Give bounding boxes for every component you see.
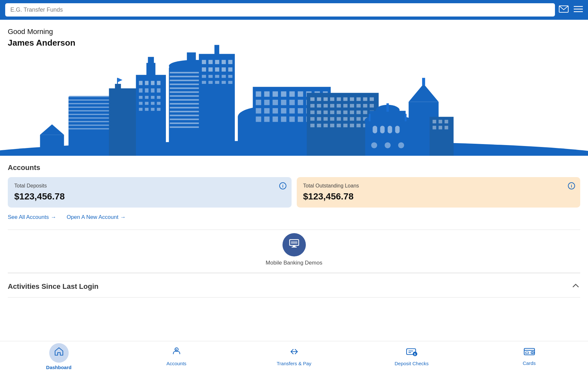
main-content: Accounts Total Deposits $123,456.78 i To… <box>0 156 588 273</box>
svg-rect-140 <box>343 104 348 107</box>
svg-rect-183 <box>386 103 389 112</box>
svg-rect-8 <box>68 96 113 97</box>
transfers-label: Transfers & Pay <box>277 361 311 366</box>
svg-rect-196 <box>439 120 442 123</box>
svg-rect-82 <box>215 81 219 84</box>
svg-rect-141 <box>350 104 354 107</box>
nav-item-deposit[interactable]: $ Deposit Checks <box>353 347 470 366</box>
svg-rect-159 <box>337 117 341 121</box>
svg-rect-158 <box>330 117 334 121</box>
svg-rect-25 <box>139 81 143 85</box>
loans-info-icon[interactable]: i <box>568 182 575 191</box>
accounts-grid: Total Deposits $123,456.78 i Total Outst… <box>8 177 580 208</box>
nav-item-transfers[interactable]: Transfers & Pay <box>235 347 353 366</box>
svg-rect-186 <box>388 126 392 133</box>
svg-rect-64 <box>214 45 219 55</box>
open-account-text: Open A New Account <box>67 214 119 220</box>
collapse-icon[interactable] <box>571 281 580 292</box>
svg-rect-13 <box>68 114 113 115</box>
svg-rect-108 <box>272 108 278 114</box>
svg-rect-149 <box>337 110 341 114</box>
nav-item-cards[interactable]: Cards <box>470 347 588 366</box>
svg-text:i: i <box>571 184 572 188</box>
svg-rect-127 <box>324 97 328 101</box>
svg-rect-169 <box>337 124 341 127</box>
svg-rect-143 <box>363 104 367 107</box>
svg-rect-90 <box>272 91 278 97</box>
svg-rect-92 <box>289 91 295 97</box>
svg-rect-117 <box>272 117 278 122</box>
svg-rect-65 <box>202 60 206 64</box>
svg-rect-71 <box>208 67 213 72</box>
svg-rect-167 <box>324 124 328 127</box>
svg-rect-98 <box>264 100 270 105</box>
svg-rect-131 <box>350 97 354 101</box>
account-links-row: See All Accounts → Open A New Account → <box>8 214 580 220</box>
svg-rect-80 <box>202 81 206 84</box>
svg-text:$: $ <box>414 353 416 356</box>
mobile-banking-demos-section: Mobile Banking Demos <box>8 230 580 273</box>
svg-rect-176 <box>365 121 374 156</box>
nav-item-dashboard[interactable]: Dashboard <box>0 343 118 370</box>
svg-rect-41 <box>139 108 143 111</box>
svg-rect-157 <box>324 117 328 121</box>
svg-rect-133 <box>363 97 367 101</box>
see-all-accounts-link[interactable]: See All Accounts → <box>8 214 56 220</box>
search-input[interactable] <box>5 3 555 17</box>
svg-rect-109 <box>281 108 286 114</box>
activities-header: Activities Since Last Login <box>8 281 580 298</box>
svg-rect-148 <box>330 110 334 114</box>
svg-rect-77 <box>215 75 219 78</box>
accounts-section-title: Accounts <box>8 164 580 172</box>
svg-rect-111 <box>298 108 303 114</box>
svg-rect-207 <box>292 247 297 248</box>
svg-rect-28 <box>157 81 160 85</box>
menu-icon[interactable] <box>574 5 583 15</box>
dashboard-label: Dashboard <box>46 365 71 370</box>
svg-text:i: i <box>282 184 283 188</box>
svg-rect-134 <box>370 97 374 101</box>
svg-rect-107 <box>264 108 270 114</box>
hero-text: Good Morning James Anderson <box>8 28 75 48</box>
svg-rect-78 <box>222 75 226 78</box>
deposits-info-icon[interactable]: i <box>279 182 286 191</box>
svg-rect-144 <box>370 104 374 107</box>
svg-rect-115 <box>256 117 261 122</box>
header-icons <box>559 5 583 15</box>
svg-rect-126 <box>317 97 321 101</box>
svg-rect-11 <box>68 107 113 108</box>
svg-rect-84 <box>228 81 232 84</box>
svg-rect-102 <box>298 100 303 105</box>
svg-rect-130 <box>343 97 348 101</box>
svg-point-189 <box>385 142 391 148</box>
svg-rect-136 <box>317 104 321 107</box>
demos-label-text: Mobile Banking Demos <box>266 260 322 266</box>
svg-rect-23 <box>146 63 156 76</box>
loans-amount: $123,456.78 <box>303 191 574 202</box>
svg-rect-99 <box>272 100 278 105</box>
svg-rect-185 <box>380 126 385 133</box>
svg-rect-75 <box>202 75 206 78</box>
nav-item-accounts[interactable]: $ Accounts <box>118 347 235 366</box>
svg-rect-17 <box>68 128 113 130</box>
svg-rect-168 <box>330 124 334 127</box>
svg-rect-155 <box>310 117 315 121</box>
mail-icon[interactable] <box>559 5 569 15</box>
svg-rect-200 <box>444 126 448 130</box>
svg-rect-119 <box>289 117 295 122</box>
svg-rect-18 <box>109 88 139 156</box>
svg-rect-73 <box>222 67 226 72</box>
svg-rect-69 <box>228 60 232 64</box>
total-loans-card: Total Outstanding Loans $123,456.78 i <box>297 177 581 208</box>
demos-icon-wrapper[interactable] <box>282 233 306 256</box>
svg-rect-193 <box>422 78 425 85</box>
svg-rect-106 <box>256 108 261 114</box>
svg-rect-208 <box>291 241 297 244</box>
svg-rect-9 <box>68 99 113 101</box>
svg-rect-22 <box>136 75 166 156</box>
open-new-account-link[interactable]: Open A New Account → <box>67 214 126 220</box>
svg-rect-116 <box>264 117 270 122</box>
svg-rect-93 <box>298 91 303 97</box>
hero-section: Good Morning James Anderson <box>0 20 588 156</box>
svg-rect-40 <box>157 102 160 105</box>
